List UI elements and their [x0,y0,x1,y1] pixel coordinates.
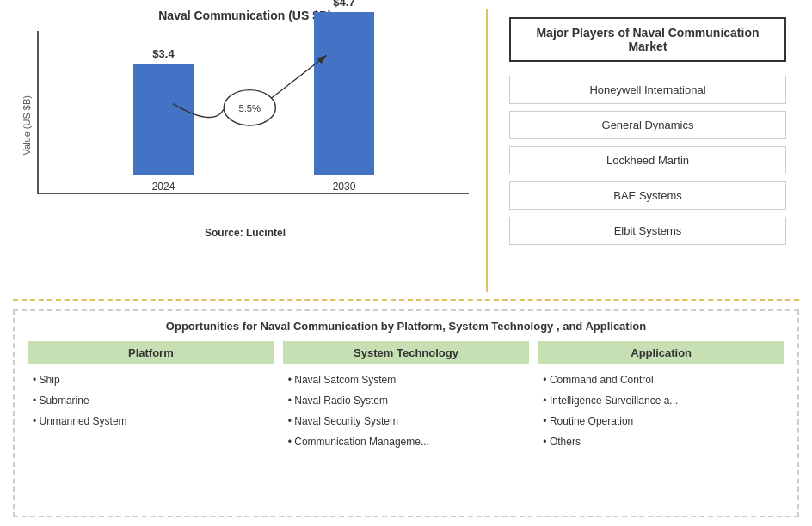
platform-item-3: Unmanned System [33,411,274,431]
top-section: Naval Communication (US $B) Value (US $B… [13,9,799,301]
system-item-4: Communication Manageme... [288,431,530,452]
platform-items: Ship Submarine Unmanned System [28,370,274,431]
bar-2024 [133,64,194,175]
y-axis-label: Value (US $B) [22,95,32,156]
annotation-svg: 5.5% [39,31,469,193]
system-item-2: Naval Radio System [288,390,530,411]
platform-col: Platform Ship Submarine Unmanned System [28,341,274,507]
application-item-1: Command and Control [543,370,784,390]
application-header: Application [538,341,784,364]
application-item-3: Routine Operation [543,411,784,431]
platform-item-1: Ship [33,370,274,390]
source-label: Source: Lucintel [205,227,286,239]
system-item-1: Naval Satcom System [288,370,530,390]
bar-label-2024: 2024 [152,180,175,193]
player-item-5: Elbit Systems [509,217,786,245]
system-col: System Technology Naval Satcom System Na… [283,341,530,507]
chart-section: Naval Communication (US $B) Value (US $B… [13,9,477,292]
bottom-columns: Platform Ship Submarine Unmanned System … [28,341,784,507]
bar-value-2024: $3.4 [152,47,174,60]
bottom-section: Opportunities for Naval Communication by… [13,309,799,517]
vertical-divider [486,9,488,292]
chart-area: Value (US $B) $3.4 2024 $4.7 [22,31,469,220]
bars-container: $3.4 2024 $4.7 2030 [37,31,469,220]
system-item-3: Naval Security System [288,411,530,431]
platform-header: Platform [28,341,274,364]
system-header: System Technology [283,341,530,364]
player-item-3: Lockheed Martin [509,146,786,174]
player-item-2: General Dynamics [509,111,786,139]
application-item-2: Intelligence Surveillance a... [543,390,784,411]
players-title: Major Players of Naval Communication Mar… [509,17,786,62]
chart-title: Naval Communication (US $B) [158,9,331,22]
platform-item-2: Submarine [33,390,274,411]
application-item-4: Others [543,431,784,452]
bars-row: $3.4 2024 $4.7 2030 [37,31,469,194]
application-items: Command and Control Intelligence Surveil… [538,370,784,452]
svg-text:5.5%: 5.5% [238,103,261,113]
main-container: Naval Communication (US $B) Value (US $B… [0,0,812,526]
bar-group-2024: $3.4 2024 [133,47,194,193]
player-item-4: BAE Systems [509,181,786,210]
application-col: Application Command and Control Intellig… [538,341,784,507]
system-items: Naval Satcom System Naval Radio System N… [283,370,530,452]
player-item-1: Honeywell International [509,76,786,104]
players-section: Major Players of Naval Communication Mar… [496,9,799,292]
bottom-title: Opportunities for Naval Communication by… [28,320,784,333]
bar-group-2030: $4.7 2030 [314,0,374,193]
bar-label-2030: 2030 [333,180,356,193]
svg-point-0 [224,90,275,125]
bar-value-2030: $4.7 [333,0,354,9]
bar-2030 [314,12,374,175]
